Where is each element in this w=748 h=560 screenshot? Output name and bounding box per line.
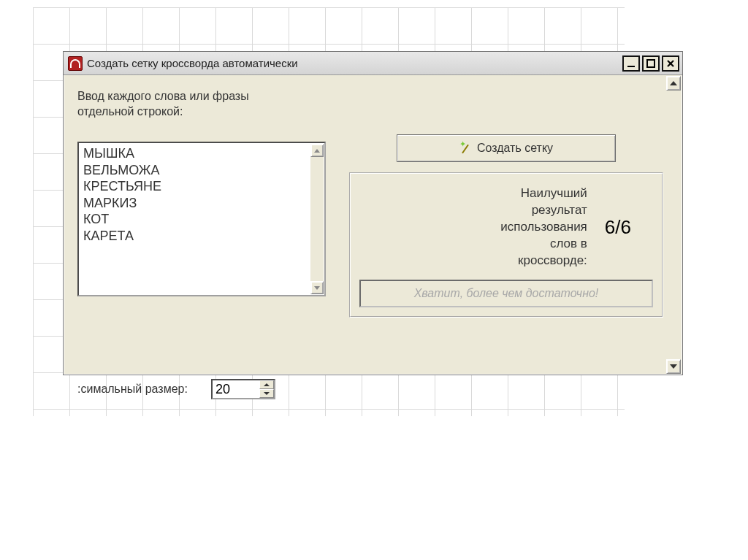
max-size-label: :симальный размер:	[77, 383, 188, 396]
max-size-input[interactable]	[213, 380, 259, 398]
chevron-down-icon	[670, 364, 677, 369]
left-column: МЫШКА ВЕЛЬМОЖА КРЕСТЬЯНЕ МАРКИЗ КОТ КАРЕ…	[77, 142, 326, 296]
right-column: Создать сетку Наилучший результат исполь…	[349, 134, 663, 318]
magic-wand-icon	[459, 142, 471, 154]
words-text[interactable]: МЫШКА ВЕЛЬМОЖА КРЕСТЬЯНЕ МАРКИЗ КОТ КАРЕ…	[83, 145, 308, 293]
scroll-down-button[interactable]	[666, 359, 681, 374]
result-panel: Наилучший результат использования слов в…	[349, 172, 663, 318]
words-scroll-up[interactable]	[310, 144, 324, 157]
create-grid-label: Создать сетку	[477, 142, 553, 155]
dialog-window: Создать сетку кроссворда автоматически В…	[63, 51, 683, 375]
scroll-up-button[interactable]	[666, 76, 681, 91]
enough-label: Хватит, более чем достаточно!	[414, 287, 599, 300]
spinner-down-button[interactable]	[259, 389, 274, 398]
svg-rect-1	[647, 60, 654, 67]
max-size-spinner[interactable]	[211, 379, 275, 399]
close-button[interactable]	[662, 55, 679, 72]
enough-button[interactable]: Хватит, более чем достаточно!	[359, 280, 653, 307]
window-title: Создать сетку кроссворда автоматически	[87, 57, 622, 69]
chevron-down-icon	[264, 392, 270, 395]
words-scroll-down[interactable]	[310, 281, 324, 294]
chevron-up-icon	[264, 383, 270, 386]
content-pane: Ввод каждого слова или фразы отдельной с…	[64, 76, 665, 374]
words-scrollbar[interactable]	[310, 144, 324, 294]
words-textarea[interactable]: МЫШКА ВЕЛЬМОЖА КРЕСТЬЯНЕ МАРКИЗ КОТ КАРЕ…	[77, 142, 326, 296]
minimize-button[interactable]	[622, 55, 640, 72]
spinner-up-button[interactable]	[259, 380, 274, 389]
intro-label: Ввод каждого слова или фразы отдельной с…	[77, 89, 658, 120]
chevron-down-icon	[314, 286, 320, 290]
titlebar[interactable]: Создать сетку кроссворда автоматически	[64, 52, 682, 75]
best-result-value: 6/6	[605, 216, 653, 239]
java-cup-icon	[68, 56, 83, 71]
max-size-row: :симальный размер:	[77, 379, 384, 399]
svg-rect-0	[627, 66, 635, 67]
chevron-up-icon	[314, 149, 320, 153]
client-area: Ввод каждого слова или фразы отдельной с…	[64, 76, 682, 374]
chevron-up-icon	[670, 81, 677, 85]
create-grid-button[interactable]: Создать сетку	[397, 134, 616, 162]
vertical-scrollbar[interactable]	[666, 76, 681, 374]
maximize-button[interactable]	[642, 55, 660, 72]
best-result-label: Наилучший результат использования слов в…	[359, 185, 587, 269]
window-controls	[622, 55, 679, 72]
